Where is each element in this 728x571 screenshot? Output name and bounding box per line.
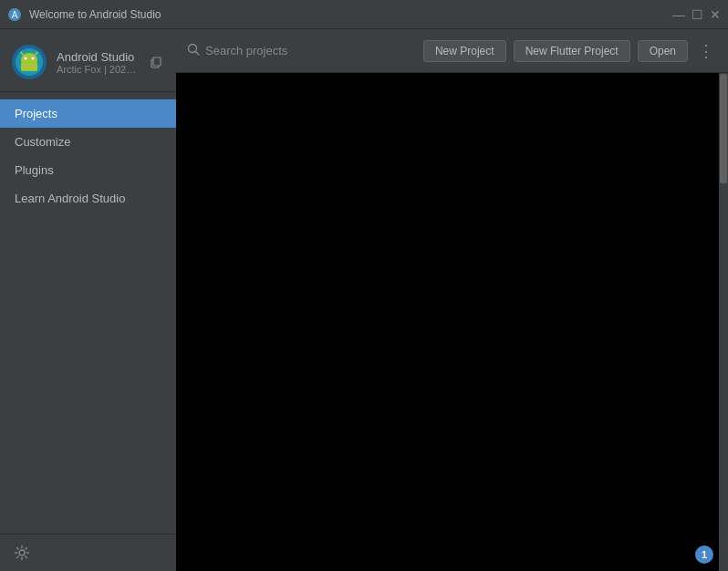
svg-point-7 — [32, 57, 35, 60]
content-area: New Project New Flutter Project Open ⋮ 1 — [176, 29, 728, 571]
titlebar: A Welcome to Android Studio — ☐ ✕ — [0, 0, 728, 29]
maximize-button[interactable]: ☐ — [692, 9, 702, 20]
open-button[interactable]: Open — [638, 40, 688, 62]
scrollbar-thumb[interactable] — [720, 74, 727, 183]
sidebar-item-projects[interactable]: Projects — [0, 99, 176, 128]
svg-text:A: A — [12, 10, 18, 20]
minimize-button[interactable]: — — [673, 9, 684, 20]
sidebar: Android Studio Arctic Fox | 2020.3.1 Pat… — [0, 29, 176, 571]
svg-point-6 — [25, 57, 27, 60]
nav-items: Projects Customize Plugins Learn Android… — [0, 92, 176, 534]
svg-point-12 — [19, 550, 25, 555]
main-layout: Android Studio Arctic Fox | 2020.3.1 Pat… — [0, 29, 728, 571]
notification-badge[interactable]: 1 — [695, 545, 713, 564]
projects-content: 1 — [176, 73, 728, 571]
new-project-button[interactable]: New Project — [423, 40, 506, 62]
search-icon — [187, 43, 200, 58]
svg-line-14 — [196, 52, 200, 56]
app-version: Arctic Fox | 2020.3.1 Pat... — [57, 64, 138, 75]
sidebar-item-learn[interactable]: Learn Android Studio — [0, 184, 176, 213]
app-logo — [11, 44, 47, 80]
new-flutter-project-button[interactable]: New Flutter Project — [514, 40, 630, 62]
svg-rect-11 — [153, 57, 161, 66]
sidebar-footer — [0, 534, 176, 571]
app-icon: A — [7, 7, 22, 22]
window-controls: — ☐ ✕ — [673, 9, 721, 20]
search-input[interactable] — [205, 44, 297, 57]
svg-rect-5 — [21, 62, 37, 71]
sidebar-item-plugins[interactable]: Plugins — [0, 156, 176, 184]
app-info: Android Studio Arctic Fox | 2020.3.1 Pat… — [57, 50, 138, 75]
app-name: Android Studio — [57, 50, 138, 64]
more-options-button[interactable]: ⋮ — [695, 40, 717, 62]
sidebar-header: Android Studio Arctic Fox | 2020.3.1 Pat… — [0, 29, 176, 92]
titlebar-title: Welcome to Android Studio — [29, 8, 673, 21]
toolbar: New Project New Flutter Project Open ⋮ — [176, 29, 728, 73]
scrollbar[interactable] — [719, 73, 728, 571]
settings-icon[interactable] — [11, 542, 33, 564]
sidebar-item-customize[interactable]: Customize — [0, 128, 176, 156]
copy-icon[interactable] — [147, 53, 165, 71]
search-container — [187, 43, 297, 58]
close-button[interactable]: ✕ — [710, 9, 721, 20]
